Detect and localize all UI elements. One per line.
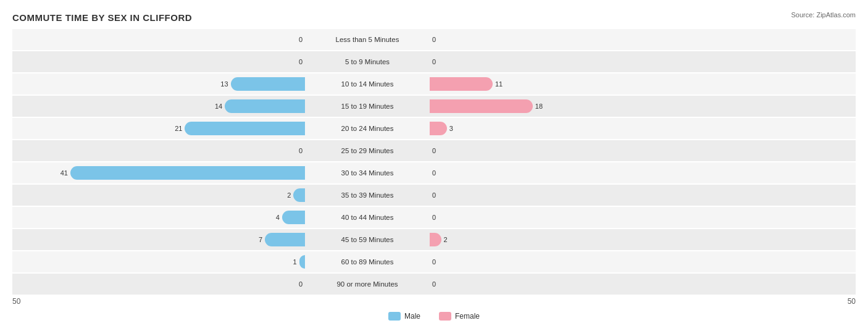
female-value: 3 [449, 125, 453, 132]
male-section: 4 [12, 211, 309, 224]
male-section: 2 [12, 188, 309, 202]
table-row: 4130 to 34 Minutes0 [12, 162, 856, 183]
female-value-zero: 0 [432, 147, 436, 154]
male-bar [265, 233, 305, 246]
male-value-zero: 0 [299, 58, 303, 65]
table-row: 0Less than 5 Minutes0 [12, 29, 856, 50]
female-bar [430, 99, 533, 113]
table-row: 2120 to 24 Minutes3 [12, 118, 856, 139]
row-label: 60 to 89 Minutes [309, 258, 426, 266]
female-value: 18 [535, 103, 543, 110]
female-value: 2 [444, 236, 448, 243]
male-legend-label: Male [404, 312, 420, 321]
female-section: 0 [426, 280, 722, 288]
male-section: 0 [12, 147, 309, 154]
male-bar [185, 122, 305, 135]
female-section: 0 [426, 147, 722, 154]
female-section: 0 [426, 191, 722, 199]
row-label: 15 to 19 Minutes [309, 103, 426, 110]
male-value-zero: 0 [299, 147, 303, 154]
male-value-zero: 0 [299, 280, 303, 288]
male-bar [299, 255, 305, 269]
female-value-zero: 0 [432, 280, 436, 288]
female-legend-label: Female [455, 312, 480, 321]
table-row: 745 to 59 Minutes2 [12, 229, 856, 250]
female-value-zero: 0 [432, 169, 436, 177]
female-value: 11 [495, 80, 503, 88]
male-section: 14 [12, 99, 309, 113]
male-value-zero: 0 [299, 36, 303, 43]
male-bar [70, 166, 305, 180]
female-section: 2 [426, 233, 722, 246]
legend-female: Female [439, 312, 480, 321]
male-value: 13 [220, 80, 228, 88]
table-row: 090 or more Minutes0 [12, 274, 856, 295]
male-section: 0 [12, 58, 309, 65]
male-section: 13 [12, 77, 309, 91]
row-label: 45 to 59 Minutes [309, 236, 426, 243]
row-label: 10 to 14 Minutes [309, 80, 426, 88]
female-section: 0 [426, 36, 722, 43]
female-value-zero: 0 [432, 191, 436, 199]
row-label: 30 to 34 Minutes [309, 169, 426, 177]
male-value: 21 [175, 125, 182, 132]
female-bar [430, 233, 441, 246]
female-value-zero: 0 [432, 214, 436, 221]
female-section: 0 [426, 214, 722, 221]
chart-legend: Male Female [12, 312, 856, 321]
female-section: 0 [426, 169, 722, 177]
source-label: Source: ZipAtlas.com [791, 11, 856, 19]
female-section: 18 [426, 99, 722, 113]
row-label: 35 to 39 Minutes [309, 191, 426, 199]
table-row: 1310 to 14 Minutes11 [12, 73, 856, 94]
female-value-zero: 0 [432, 258, 436, 266]
row-label: 20 to 24 Minutes [309, 125, 426, 132]
female-bar [430, 77, 493, 91]
row-label: Less than 5 Minutes [309, 36, 426, 43]
row-label: 5 to 9 Minutes [309, 58, 426, 65]
male-section: 0 [12, 280, 309, 288]
male-section: 0 [12, 36, 309, 43]
bottom-left-label: 50 [12, 297, 20, 306]
table-row: 05 to 9 Minutes0 [12, 51, 856, 72]
row-label: 25 to 29 Minutes [309, 147, 426, 154]
female-section: 3 [426, 122, 722, 135]
legend-male: Male [388, 312, 420, 321]
table-row: 440 to 44 Minutes0 [12, 207, 856, 228]
table-row: 235 to 39 Minutes0 [12, 185, 856, 206]
male-section: 1 [12, 255, 309, 269]
table-row: 1415 to 19 Minutes18 [12, 96, 856, 117]
bottom-right-label: 50 [848, 297, 856, 306]
male-swatch [388, 312, 401, 321]
bottom-axis-labels: 50 50 [12, 297, 856, 306]
male-section: 21 [12, 122, 309, 135]
table-row: 025 to 29 Minutes0 [12, 140, 856, 161]
male-section: 41 [12, 166, 309, 180]
chart-container: COMMUTE TIME BY SEX IN CLIFFORD Source: … [0, 0, 868, 323]
row-label: 40 to 44 Minutes [309, 214, 426, 221]
table-row: 160 to 89 Minutes0 [12, 251, 856, 272]
male-value: 14 [215, 103, 222, 110]
male-bar [231, 77, 305, 91]
male-value: 1 [293, 258, 297, 266]
female-value-zero: 0 [432, 36, 436, 43]
male-value: 7 [259, 236, 262, 243]
female-swatch [439, 312, 451, 321]
male-bar [282, 211, 305, 224]
chart-rows: 0Less than 5 Minutes005 to 9 Minutes0131… [12, 29, 856, 295]
female-bar [430, 122, 447, 135]
female-section: 0 [426, 258, 722, 266]
male-section: 7 [12, 233, 309, 246]
male-value: 2 [287, 191, 291, 199]
female-value-zero: 0 [432, 58, 436, 65]
male-bar [293, 188, 305, 202]
male-value: 4 [276, 214, 280, 221]
male-bar [225, 99, 305, 113]
female-section: 11 [426, 77, 722, 91]
row-label: 90 or more Minutes [309, 280, 426, 288]
female-section: 0 [426, 58, 722, 65]
chart-title: COMMUTE TIME BY SEX IN CLIFFORD [12, 12, 856, 23]
male-value: 41 [61, 169, 68, 177]
